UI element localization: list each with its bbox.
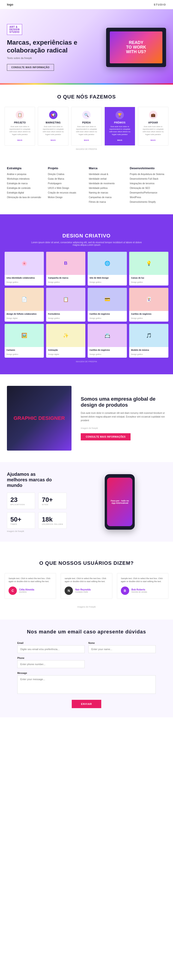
service-text-0: Duis aute irure dolor in reprehenderit i… [8, 125, 32, 136]
design-title-3: Caixas de luz [131, 277, 167, 279]
email-input[interactable] [17, 645, 85, 653]
design-info-7: Cartões de negócios Design gráfico [129, 311, 168, 321]
service-title-4: APOIAR [141, 121, 165, 124]
design-item-8[interactable]: 🖼️ Cartazes Design gráfico [5, 324, 44, 358]
design-item-1[interactable]: B Campanha de marca Design gráfico [46, 252, 85, 285]
design-title-0: Uma identidade colaborativa [6, 277, 42, 279]
menu-item: WordPress [130, 196, 166, 199]
design-title-7: Cartões de negócios [131, 313, 167, 315]
service-card-4: 💼 APOIAR Duis aute irure dolor in repreh… [138, 107, 168, 146]
design-category-4: Design digital [6, 317, 17, 319]
stat-num-0: 23 [10, 496, 31, 504]
menu-item: Estratégia digital [7, 191, 43, 194]
message-group: Message [17, 672, 156, 694]
submit-button[interactable]: ENVIAR [72, 700, 101, 708]
design-title-11: Modelo de música [131, 349, 167, 351]
design-info-8: Cartazes Design gráfico [5, 347, 44, 358]
design-title-10: Cartões de negócios [90, 349, 125, 351]
phone-mockup: Faca por - tudo no App iOS/Android [105, 474, 135, 530]
menu-item: Desempenho/Performance [130, 191, 166, 194]
design-item-3[interactable]: 💡 Caixas de luz Design gráfico [129, 252, 168, 285]
service-title-3: PRÊMIOS [107, 121, 132, 124]
name-group: Nome [88, 642, 156, 653]
hero-cta-button[interactable]: CONSULTE MAIS INFORMAÇÃO [7, 64, 54, 71]
design-item-2[interactable]: 🌐 Site de Web Design Design gráfico [88, 252, 127, 285]
service-card-2: 🔍 PERDA Duis aute irure dolor in reprehe… [71, 107, 102, 146]
creative-subtitle: Lorem ipsum dolor sit amet, consectetur … [29, 241, 144, 246]
phone-label: Phone [17, 657, 85, 659]
service-more-2[interactable]: MAIS [84, 139, 89, 141]
design-title-1: Campanha de marca [48, 277, 83, 279]
navbar: logo STUDIO [0, 0, 173, 9]
phone-text: Faca por - tudo no App iOS/Android [107, 498, 132, 506]
design-thumb-9: ✨ [46, 324, 85, 347]
menu-item: Identidade verbal [89, 177, 125, 181]
design-info-4: design de folheto colaborativo Design di… [5, 311, 44, 321]
stat-box-3: 18k USUÁRIOS FELIZES [38, 512, 66, 529]
menu-item: Naming de marcas [89, 191, 125, 194]
design-item-10[interactable]: 📇 Cartões de negócios Design gráfico [88, 324, 127, 358]
phone-input[interactable] [17, 660, 85, 668]
design-item-7[interactable]: 🃏 Cartões de negócios Design gráfico [129, 288, 168, 321]
testimonial-card-2: Sample text. Click to select the text bo… [117, 573, 168, 599]
service-more-0[interactable]: MAIS [17, 139, 22, 141]
testimonial-text-2: Sample text. Click to select the text bo… [121, 577, 165, 583]
contact-section: Nos mande um email caso apresente dúvida… [0, 620, 173, 718]
name-input[interactable] [88, 645, 156, 653]
testimonial-card-0: Sample text. Click to select the text bo… [5, 573, 56, 599]
color-bar [0, 83, 173, 84]
stats-grid: 23 APLICATIVOS 70+ SITES 50+ TIMES 18k U… [7, 493, 67, 529]
hero-left: ART & DESIGN STUDIO Marcas, experiências… [7, 24, 81, 70]
menu-item: Desenvolvimento Full-Stack [130, 177, 166, 181]
design-item-6[interactable]: 💳 Cartões de negócios Design gráfico [88, 288, 127, 321]
design-category-11: Design gráfico [131, 353, 143, 355]
menu-item: Direção Criativa [48, 173, 85, 176]
service-more-3[interactable]: MAIS [117, 139, 122, 141]
menu-item: Projeto de Arquitetura de Sistema [130, 173, 166, 176]
design-title-8: Cartazes [6, 349, 42, 351]
design-item-9[interactable]: ✨ Animação Design digital [46, 324, 85, 358]
menu-item: Estratégia de marca [7, 182, 43, 185]
design-item-5[interactable]: 📋 Formulários Design gráfico [46, 288, 85, 321]
laptop-mockup: READY TO WORK WITH US? [106, 28, 166, 67]
design-item-4[interactable]: 📄 design de folheto colaborativo Design … [5, 288, 44, 321]
hero-right: READY TO WORK WITH US? [106, 28, 166, 67]
stats-right: Faca por - tudo no App iOS/Android [74, 471, 166, 533]
service-icon-4: 💼 [149, 111, 157, 119]
design-info-2: Site de Web Design Design gráfico [88, 275, 127, 285]
service-icon-3: 🏆 [116, 111, 124, 119]
testimonial-card-1: sample text. Click to select the text bo… [61, 573, 112, 599]
design-info-6: Cartões de negócios Design gráfico [88, 311, 127, 321]
design-item-0[interactable]: 🌸 Uma identidade colaborativa Design grá… [5, 252, 44, 285]
menu-item: Filmes de marca [89, 200, 125, 204]
design-thumb-2: 🌐 [88, 252, 127, 275]
avatar-2: B [121, 587, 129, 595]
hero-title: Marcas, experiências e colaboração radic… [7, 38, 81, 54]
design-thumb-3: 💡 [129, 252, 168, 275]
service-more-1[interactable]: MAIS [51, 139, 56, 141]
about-cta-button[interactable]: CONSULTE MAIS INFORMAÇÕES [81, 433, 131, 441]
design-thumb-8: 🖼️ [5, 324, 44, 347]
menu-col-title-0: Estratégia [7, 167, 43, 170]
testimonials-section: O QUE NOSSOS USUÁRIOS DIZEM? Sample text… [0, 542, 173, 620]
design-item-11[interactable]: 🎵 Modelo de música Design gráfico [129, 324, 168, 358]
design-title-6: Cartões de negócios [90, 313, 125, 315]
service-text-3: Duis aute irure dolor in reprehenderit i… [107, 125, 132, 136]
design-category-9: Design digital [48, 353, 59, 355]
contact-title: Nos mande um email caso apresente dúvida… [7, 629, 166, 635]
design-thumb-4: 📄 [5, 288, 44, 311]
service-more-4[interactable]: MAIS [151, 139, 156, 141]
creative-title: DESIGN CRIATIVO [5, 233, 168, 239]
menu-item: Identidade política [89, 186, 125, 190]
service-text-4: Duis aute irure dolor in reprehenderit i… [141, 125, 165, 136]
testimonials-grid: Sample text. Click to select the text bo… [5, 573, 168, 599]
stat-box-2: 50+ TIMES [7, 512, 35, 529]
services-section: O QUE NÓS FAZEMOS 📋 PROJETO Duis aute ir… [0, 94, 173, 162]
service-card-0: 📋 PROJETO Duis aute irure dolor in repre… [5, 107, 35, 146]
logo: logo [7, 3, 13, 6]
message-input[interactable] [17, 675, 156, 694]
design-category-1: Design gráfico [48, 281, 60, 283]
menu-item: Prototipagem [48, 182, 85, 185]
author-info-2: Bob Roberts Gerente de vendas [132, 589, 147, 593]
laptop-screen: READY TO WORK WITH US? [110, 32, 162, 64]
